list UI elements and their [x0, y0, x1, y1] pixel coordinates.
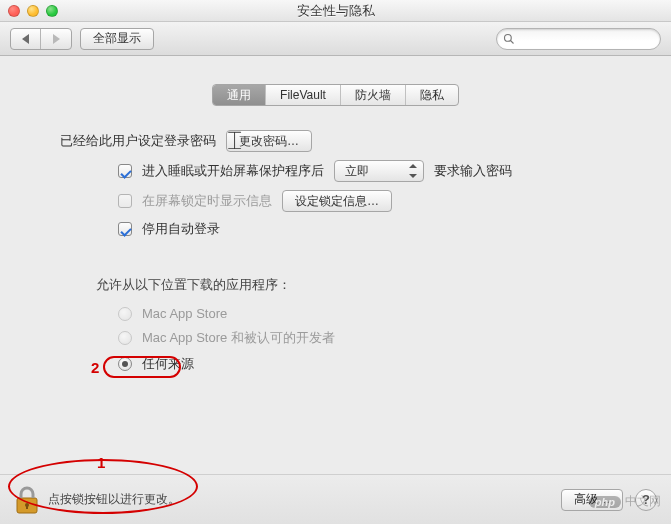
lock-wrap: 点按锁按钮以进行更改。	[14, 485, 180, 515]
set-lock-message-button[interactable]: 设定锁定信息…	[282, 190, 392, 212]
toolbar: 全部显示	[0, 22, 671, 56]
radio-anywhere-label: 任何来源	[142, 355, 194, 373]
lock-icon[interactable]	[14, 485, 40, 515]
annotation-number-1: 1	[97, 454, 105, 471]
svg-line-1	[511, 40, 514, 43]
chevron-right-icon	[53, 34, 60, 44]
back-button[interactable]	[11, 29, 41, 49]
show-all-button[interactable]: 全部显示	[80, 28, 154, 50]
disable-autologin-checkbox[interactable]	[118, 222, 132, 236]
change-password-button[interactable]: 更改密码…	[226, 130, 312, 152]
disable-autologin-label: 停用自动登录	[142, 220, 220, 238]
password-row: 已经给此用户设定登录密码 更改密码…	[60, 130, 611, 152]
search-icon	[503, 33, 515, 45]
tabs: 通用 FileVault 防火墙 隐私	[0, 84, 671, 106]
radio-row-anywhere: 任何来源	[118, 355, 611, 373]
titlebar: 安全性与隐私	[0, 0, 671, 22]
advanced-button[interactable]: 高级…	[561, 489, 623, 511]
svg-rect-4	[26, 505, 28, 509]
require-password-checkbox[interactable]	[118, 164, 132, 178]
show-lock-message-checkbox[interactable]	[118, 194, 132, 208]
disable-autologin-row: 停用自动登录	[60, 220, 611, 238]
radio-identified[interactable]	[118, 331, 132, 345]
close-button[interactable]	[8, 5, 20, 17]
lock-message: 点按锁按钮以进行更改。	[48, 491, 180, 508]
main-panel: 通用 FileVault 防火墙 隐私 已经给此用户设定登录密码 更改密码… ⌶…	[0, 56, 671, 524]
radio-appstore[interactable]	[118, 307, 132, 321]
help-button[interactable]: ?	[635, 489, 657, 511]
traffic-lights	[8, 5, 58, 17]
radio-anywhere[interactable]	[118, 357, 132, 371]
password-set-label: 已经给此用户设定登录密码	[60, 132, 216, 150]
tab-general[interactable]: 通用	[213, 85, 266, 105]
search-input[interactable]	[496, 28, 661, 50]
show-lock-message-row: 在屏幕锁定时显示信息 设定锁定信息…	[60, 190, 611, 212]
tabstrip: 通用 FileVault 防火墙 隐私	[212, 84, 459, 106]
radio-row-appstore: Mac App Store	[118, 306, 611, 321]
minimize-button[interactable]	[27, 5, 39, 17]
require-password-label-prefix: 进入睡眠或开始屏幕保护程序后	[142, 162, 324, 180]
search-wrap	[496, 28, 661, 50]
svg-point-0	[505, 34, 512, 41]
zoom-button[interactable]	[46, 5, 58, 17]
radio-appstore-label: Mac App Store	[142, 306, 227, 321]
chevron-left-icon	[22, 34, 29, 44]
radio-identified-label: Mac App Store 和被认可的开发者	[142, 329, 335, 347]
window-title: 安全性与隐私	[0, 2, 671, 20]
require-password-label-suffix: 要求输入密码	[434, 162, 512, 180]
nav-back-forward	[10, 28, 72, 50]
tab-privacy[interactable]: 隐私	[406, 85, 458, 105]
allow-apps-title: 允许从以下位置下载的应用程序：	[96, 276, 611, 294]
tab-firewall[interactable]: 防火墙	[341, 85, 406, 105]
radio-row-identified: Mac App Store 和被认可的开发者	[118, 329, 611, 347]
general-pane: 已经给此用户设定登录密码 更改密码… ⌶ 进入睡眠或开始屏幕保护程序后 立即 要…	[0, 106, 671, 373]
footer: 点按锁按钮以进行更改。 高级… ?	[0, 474, 671, 524]
require-password-row: 进入睡眠或开始屏幕保护程序后 立即 要求输入密码	[60, 160, 611, 182]
delay-select[interactable]: 立即	[334, 160, 424, 182]
tab-filevault[interactable]: FileVault	[266, 85, 341, 105]
delay-select-value: 立即	[345, 163, 369, 180]
allow-apps-radios: Mac App Store Mac App Store 和被认可的开发者 任何来…	[60, 306, 611, 373]
forward-button[interactable]	[41, 29, 71, 49]
show-lock-message-label: 在屏幕锁定时显示信息	[142, 192, 272, 210]
